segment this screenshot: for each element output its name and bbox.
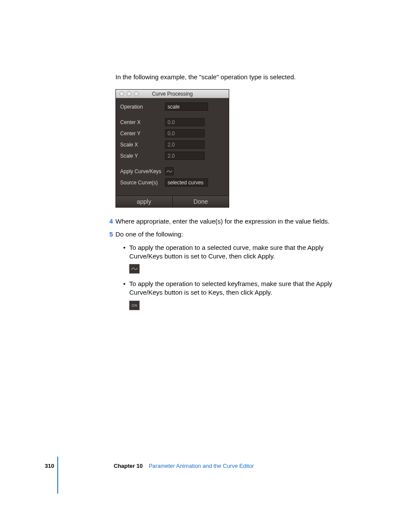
curve-icon [166,169,172,174]
scalex-label: Scale X [120,142,165,148]
chapter-label: Chapter 10 [114,463,143,469]
dialog-footer: apply Done [116,196,229,207]
source-label: Source Curve(s) [120,180,165,186]
apply-button[interactable]: apply [116,196,173,207]
bullet-2: • To apply the operation to selected key… [123,280,357,297]
bullet-dot: • [123,280,129,297]
curve-processing-dialog: Curve Processing Operation scale Center … [115,89,229,208]
keys-mode-chip: Oπ [129,301,140,310]
curve-mode-chip [129,264,140,274]
scaley-label: Scale Y [120,153,165,159]
keys-icon: Oπ [131,303,137,308]
page-footer: 310 Chapter 10 Parameter Animation and t… [45,463,364,469]
chapter-title: Parameter Animation and the Curve Editor [149,463,254,469]
bullet-text: To apply the operation to selected keyfr… [129,280,357,297]
bullet-dot: • [123,243,129,261]
centerx-label: Center X [120,119,165,125]
operation-label: Operation [120,104,165,110]
bullet-1: • To apply the operation to a selected c… [123,243,357,261]
applyck-label: Apply Curve/Keys [120,168,165,174]
centerx-field[interactable]: 0.0 [165,118,205,126]
operation-field[interactable]: scale [165,103,208,111]
done-button[interactable]: Done [173,196,229,207]
dialog-body: Operation scale Center X 0.0 Center Y 0.… [116,98,229,196]
step-4: 4 Where appropriate, enter the value(s) … [115,217,357,226]
dialog-title: Curve Processing [116,91,229,97]
bullet-text: To apply the operation to a selected cur… [129,243,357,261]
apply-curve-keys-toggle[interactable] [165,167,174,175]
curve-icon [131,267,138,271]
scaley-field[interactable]: 2.0 [165,152,205,160]
step-text: Where appropriate, enter the value(s) fo… [115,217,330,226]
dialog-titlebar: Curve Processing [116,90,229,98]
step-5: 5 Do one of the following: [115,230,357,239]
centery-label: Center Y [120,131,165,137]
step-number: 5 [105,230,113,239]
step-number: 4 [105,217,113,226]
source-field[interactable]: selected curves [165,178,208,187]
centery-field[interactable]: 0.0 [165,129,205,137]
scalex-field[interactable]: 2.0 [165,140,205,149]
intro-text: In the following example, the "scale" op… [115,72,357,81]
footer-rule [57,457,58,494]
step-text: Do one of the following: [115,230,183,239]
page-number: 310 [45,463,114,469]
